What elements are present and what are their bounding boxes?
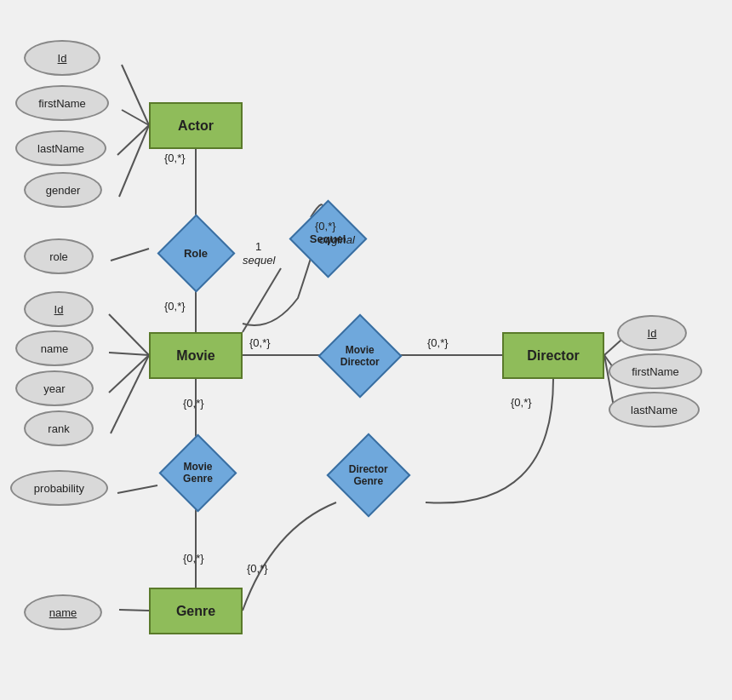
movie-year-attribute: year <box>15 370 94 406</box>
cardinality-mg-genre: {0,*} <box>183 552 204 565</box>
role-relationship: Role <box>157 215 236 293</box>
svg-line-7 <box>109 314 149 355</box>
svg-line-3 <box>119 125 149 197</box>
cardinality-actor-role: {0,*} <box>164 152 186 164</box>
director-firstname-attribute: firstName <box>609 353 702 389</box>
probability-attribute: probability <box>10 470 108 506</box>
movie-id-attribute: Id <box>24 291 94 327</box>
cardinality-md-director: {0,*} <box>427 336 449 349</box>
genre-entity: Genre <box>149 588 243 634</box>
cardinality-director-dg: {0,*} <box>511 396 532 409</box>
actor-entity: Actor <box>149 102 243 149</box>
svg-line-0 <box>122 65 149 125</box>
svg-line-11 <box>243 268 281 332</box>
svg-line-2 <box>117 125 149 155</box>
actor-gender-attribute: gender <box>24 172 102 208</box>
genre-name-attribute: name <box>24 594 102 630</box>
er-diagram: Actor Movie Director Genre Role Sequel M… <box>0 0 732 700</box>
actor-lastname-attribute: lastName <box>15 130 106 166</box>
actor-id-attribute: Id <box>24 40 100 76</box>
svg-line-10 <box>111 355 149 433</box>
cardinality-movie-mg: {0,*} <box>183 397 204 410</box>
director-lastname-attribute: lastName <box>609 392 700 427</box>
movie-entity: Movie <box>149 332 243 379</box>
director-genre-relationship: DirectorGenre <box>327 433 411 518</box>
svg-line-1 <box>122 110 149 125</box>
movie-director-relationship: MovieDirector <box>318 314 403 399</box>
cardinality-original-label: original <box>319 233 355 246</box>
cardinality-dg-genre: {0,*} <box>247 562 268 575</box>
movie-genre-relationship: MovieGenre <box>159 434 237 513</box>
role-attr-attribute: role <box>24 238 94 274</box>
cardinality-sequel-1: 1 <box>255 240 261 253</box>
director-entity: Director <box>502 332 604 379</box>
svg-line-5 <box>111 249 149 261</box>
svg-line-14 <box>604 340 621 355</box>
svg-line-20 <box>117 485 157 493</box>
cardinality-sequel-many: {0,*} <box>315 220 336 232</box>
movie-name-attribute: name <box>15 330 94 366</box>
cardinality-sequel-label: sequel <box>243 254 275 267</box>
actor-firstname-attribute: firstName <box>15 85 109 121</box>
movie-rank-attribute: rank <box>24 410 94 446</box>
svg-line-9 <box>109 355 149 393</box>
svg-line-8 <box>109 353 149 355</box>
director-id-attribute: Id <box>617 315 687 351</box>
svg-line-19 <box>119 610 149 611</box>
cardinality-movie-md: {0,*} <box>249 336 271 349</box>
cardinality-role-movie: {0,*} <box>164 300 186 313</box>
